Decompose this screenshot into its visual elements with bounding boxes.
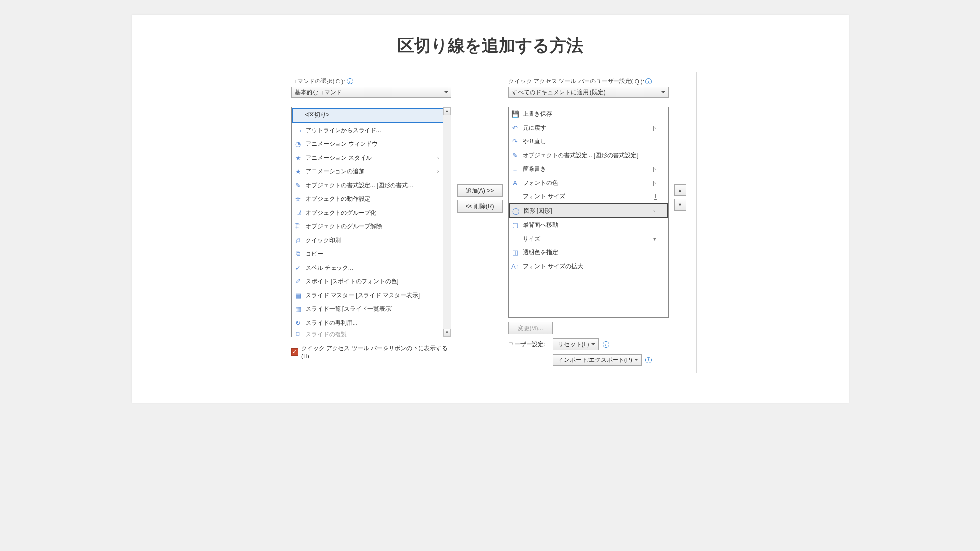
split-indicator-icon: |›: [653, 166, 665, 172]
move-down-button[interactable]: ▼: [674, 199, 686, 211]
apply-to-combo[interactable]: すべてのドキュメントに適用 (既定): [508, 87, 669, 98]
list-item[interactable]: ◯図形 [図形]›: [509, 203, 668, 218]
list-item-label: アニメーションの追加: [306, 167, 434, 176]
reset-button[interactable]: リセット(E): [553, 338, 599, 350]
list-item[interactable]: ⎙クイック印刷: [292, 233, 451, 247]
list-item-label: スライドの複製: [306, 331, 448, 337]
remove-button[interactable]: << 削除(R): [457, 200, 503, 213]
list-item[interactable]: ▭アウトラインからスライド...: [292, 123, 451, 137]
undo-icon: ↶: [511, 124, 520, 132]
list-item-label: コピー: [306, 250, 448, 258]
list-item[interactable]: ▢最背面へ移動: [509, 218, 668, 232]
list-item[interactable]: <区切り>: [292, 108, 450, 123]
list-item-label: オブジェクトのグループ解除: [306, 222, 448, 231]
list-item[interactable]: ⿴オブジェクトのグループ化: [292, 206, 451, 220]
list-item[interactable]: サイズ▾: [509, 232, 668, 246]
list-item[interactable]: ✓スペル チェック...: [292, 261, 451, 275]
info-icon[interactable]: i: [347, 78, 353, 84]
checkbox-icon[interactable]: ✓: [291, 348, 299, 356]
available-commands-list[interactable]: <区切り>▭アウトラインからスライド...◔アニメーション ウィンドウ★アニメー…: [291, 107, 451, 337]
list-item[interactable]: ✐スポイト [スポイトのフォントの色]: [292, 275, 451, 288]
list-item[interactable]: ★アニメーションの追加›: [292, 165, 451, 178]
list-item[interactable]: フォント サイズI̲: [509, 190, 668, 203]
copy-icon: ⧉: [294, 250, 303, 258]
customizations-label: ユーザー設定:: [508, 340, 549, 349]
info-icon[interactable]: i: [645, 357, 652, 363]
list-item-label: 透明色を指定: [523, 248, 665, 257]
back-icon: ▢: [511, 221, 520, 229]
list-item-label: 元に戻す: [523, 124, 650, 132]
transparent-icon: ◫: [511, 248, 520, 256]
list-item-label: やり直し: [523, 138, 665, 146]
master-icon: ▤: [294, 291, 303, 299]
list-item[interactable]: ⿻オブジェクトのグループ解除: [292, 220, 451, 233]
list-icon: ≡: [511, 165, 520, 173]
scrollbar[interactable]: ▲ ▼: [443, 107, 451, 337]
import-export-button[interactable]: インポート/エクスポート(P): [553, 354, 642, 366]
reuse-icon: ↻: [294, 319, 303, 327]
info-icon[interactable]: i: [645, 78, 652, 84]
list-item[interactable]: ↷やり直し: [509, 135, 668, 148]
quick-access-list[interactable]: 💾上書き保存↶元に戻す|›↷やり直し✎オブジェクトの書式設定... [図形の書式…: [508, 107, 669, 318]
list-item[interactable]: ◫透明色を指定: [509, 246, 668, 259]
group-icon: ⿴: [294, 209, 303, 217]
list-item[interactable]: ★アニメーション スタイル›: [292, 151, 451, 165]
list-item-label: フォント サイズの拡大: [523, 262, 665, 271]
list-item[interactable]: ↶元に戻す|›: [509, 121, 668, 135]
list-item-label: スライド一覧 [スライド一覧表示]: [306, 305, 448, 313]
redo-icon: ↷: [511, 138, 520, 145]
split-indicator-icon: |›: [653, 180, 665, 186]
list-item-label: スライド マスター [スライド マスター表示]: [306, 291, 448, 300]
list-item-label: オブジェクトの動作設定: [306, 195, 448, 203]
list-item[interactable]: ✎オブジェクトの書式設定... [図形の書式…: [292, 178, 451, 192]
shapes-icon: ◯: [512, 207, 521, 215]
quick-access-column: クイック アクセス ツール バーのユーザー設定(Q): i すべてのドキュメント…: [508, 77, 669, 366]
scroll-down-button[interactable]: ▼: [443, 329, 451, 337]
list-item-label: オブジェクトの書式設定... [図形の書式設定]: [523, 151, 665, 160]
apply-to-value: すべてのドキュメントに適用 (既定): [512, 88, 606, 97]
list-item-label: クイック印刷: [306, 236, 448, 245]
commands-source-combo[interactable]: 基本的なコマンド: [291, 87, 451, 98]
list-item[interactable]: ↻スライドの再利用...: [292, 316, 451, 330]
show-below-ribbon-checkbox-row[interactable]: ✓ クイック アクセス ツール バーをリボンの下に表示する(H): [291, 344, 451, 359]
list-item-label: アニメーション スタイル: [306, 154, 434, 162]
reorder-buttons: ▲ ▼: [674, 77, 689, 211]
modify-button: 変更(M)...: [508, 322, 553, 334]
list-item-label: 図形 [図形]: [524, 207, 650, 215]
commands-label: コマンドの選択(C): i: [291, 77, 451, 85]
quickaccess-label: クイック アクセス ツール バーのユーザー設定(Q): i: [508, 77, 669, 85]
list-item[interactable]: 💾上書き保存: [509, 107, 668, 121]
info-icon[interactable]: i: [603, 341, 609, 348]
list-item-label: 上書き保存: [523, 110, 665, 118]
page-icon: ▭: [294, 126, 303, 134]
eyedropper-icon: ✐: [294, 277, 303, 285]
star-box-icon: ✮: [294, 195, 303, 203]
list-item[interactable]: ▦スライド一覧 [スライド一覧表示]: [292, 302, 451, 316]
add-button[interactable]: 追加(A) >>: [457, 184, 503, 197]
page-title: 区切り線を追加する方法: [132, 34, 849, 57]
list-item[interactable]: Aフォントの色|›: [509, 176, 668, 190]
checkbox-label: クイック アクセス ツール バーをリボンの下に表示する(H): [301, 344, 451, 359]
blank-icon: [511, 235, 520, 243]
ungroup-icon: ⿻: [294, 222, 303, 230]
list-item-label: スペル チェック...: [306, 264, 448, 272]
move-up-button[interactable]: ▲: [674, 184, 686, 196]
list-item[interactable]: A↑フォント サイズの拡大: [509, 259, 668, 273]
commands-column: コマンドの選択(C): i 基本的なコマンド <区切り>▭アウトラインからスライ…: [291, 77, 451, 359]
options-dialog: コマンドの選択(C): i 基本的なコマンド <区切り>▭アウトラインからスライ…: [284, 72, 697, 373]
list-item[interactable]: ✎オブジェクトの書式設定... [図形の書式設定]: [509, 148, 668, 162]
list-item[interactable]: ⧉コピー: [292, 247, 451, 261]
list-item-label: 最背面へ移動: [523, 221, 665, 229]
list-item[interactable]: ▤スライド マスター [スライド マスター表示]: [292, 288, 451, 302]
list-item[interactable]: ◔アニメーション ウィンドウ: [292, 137, 451, 151]
blank-icon: [511, 193, 520, 200]
list-item-label: オブジェクトの書式設定... [図形の書式…: [306, 181, 448, 190]
printer-icon: ⎙: [294, 236, 303, 244]
list-item[interactable]: ✮オブジェクトの動作設定: [292, 192, 451, 206]
dropdown-indicator-icon: ▾: [653, 236, 665, 242]
scroll-up-button[interactable]: ▲: [443, 107, 451, 115]
submenu-chevron-icon: ›: [653, 208, 664, 214]
format-icon: ✎: [294, 181, 303, 189]
list-item[interactable]: ⧉スライドの複製: [292, 330, 451, 337]
list-item[interactable]: ≡箇条書き|›: [509, 162, 668, 176]
